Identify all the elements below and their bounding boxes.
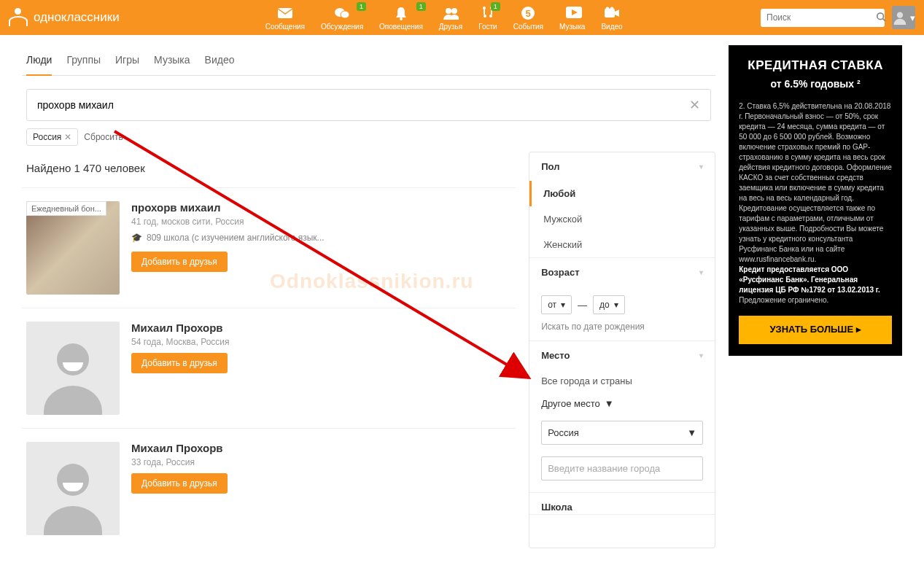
tab-Игры[interactable]: Игры (115, 54, 139, 75)
user-avatar[interactable] (892, 6, 915, 29)
chip-remove-icon[interactable]: ✕ (64, 132, 71, 142)
nav-mail[interactable]: Сообщения (258, 4, 312, 32)
caret-down-icon: ▼ (605, 398, 614, 409)
country-select[interactable]: Россия ▼ (541, 421, 703, 445)
chip-country[interactable]: Россия ✕ (26, 128, 78, 146)
result-subtitle: 54 года, Москва, Россия (131, 337, 511, 347)
nav-label: Сообщения (265, 23, 305, 31)
gender-option[interactable]: Мужской (529, 206, 715, 232)
nav-label: Гости (478, 23, 497, 31)
caret-down-icon: ▾ (614, 300, 618, 310)
result-subtitle: 41 год, москов сити, Россия (131, 217, 511, 227)
place-all-link[interactable]: Все города и страны (529, 370, 715, 392)
city-input[interactable] (541, 456, 703, 480)
caret-down-icon: ▾ (561, 300, 565, 310)
svg-rect-0 (278, 8, 292, 18)
friends-icon (443, 5, 459, 21)
filter-age-head[interactable]: Возраст ▾ (529, 258, 715, 287)
main-content: ЛюдиГруппыИгрыМузыкаВидео ✕ Россия ✕ Сбр… (0, 35, 924, 559)
filter-place-head[interactable]: Место ▾ (529, 341, 715, 370)
nav-video[interactable]: Видео (594, 4, 629, 32)
nav-label: Видео (601, 23, 622, 31)
ad-body: 2. Ставка 6,5% действительна на 20.08.20… (739, 101, 892, 305)
ad-banner[interactable]: КРЕДИТНАЯ СТАВКА от 6.5% годовых ² 2. Ст… (729, 45, 902, 356)
nav-label: Друзья (439, 23, 462, 31)
svg-line-19 (883, 18, 886, 21)
nav-label: Музыка (559, 23, 585, 31)
tab-Музыка[interactable]: Музыка (154, 54, 190, 75)
gender-option[interactable]: Любой (529, 181, 715, 206)
nav-friends[interactable]: Друзья (432, 4, 470, 32)
svg-point-2 (341, 11, 349, 18)
result-name[interactable]: Михаил Прохорв (131, 442, 511, 454)
svg-point-5 (451, 8, 457, 14)
filter-gender-head[interactable]: Пол ▾ (529, 152, 715, 181)
chat-icon (334, 5, 350, 21)
result-name[interactable]: Михаил Прохорв (131, 322, 511, 334)
filter-gender: Пол ▾ ЛюбойМужскойЖенский (529, 152, 715, 258)
result-photo[interactable] (26, 322, 120, 415)
result-name[interactable]: прохорв михаил (131, 201, 511, 214)
age-from-select[interactable]: от▾ (541, 295, 572, 314)
ad-subtitle: от 6.5% годовых ² (739, 77, 892, 92)
add-friend-button[interactable]: Добавить в друзья (131, 252, 228, 272)
global-search[interactable] (761, 9, 885, 27)
place-other-link[interactable]: Другое место ▼ (529, 392, 715, 415)
filter-chips: Россия ✕ Сбросить (26, 128, 711, 146)
nav-bell[interactable]: Оповещения1 (372, 4, 430, 32)
age-to-select[interactable]: до▾ (593, 295, 625, 314)
chevron-down-icon: ▾ (699, 351, 703, 359)
svg-point-4 (446, 8, 451, 14)
filter-age: Возраст ▾ от▾ — до▾ Искать по дате рожде… (529, 258, 715, 341)
mail-icon (277, 5, 293, 21)
filter-school: Школа (529, 493, 715, 515)
nav-guests[interactable]: Гости1 (471, 4, 504, 32)
clear-icon[interactable]: ✕ (689, 97, 700, 113)
result-card: Ежедневный бон...прохорв михаил41 год, м… (22, 187, 516, 308)
global-search-input[interactable] (766, 12, 876, 23)
caret-down-icon: ▼ (687, 427, 696, 438)
birth-search-link[interactable]: Искать по дате рождения (541, 322, 703, 332)
add-friend-button[interactable]: Добавить в друзья (131, 353, 228, 373)
tab-Люди[interactable]: Люди (26, 54, 52, 76)
video-icon (604, 5, 620, 21)
nav-music[interactable]: Музыка (552, 4, 592, 32)
nav-events[interactable]: 5События (506, 4, 551, 32)
chevron-down-icon: ▾ (699, 163, 703, 171)
result-subtitle: 33 года, Россия (131, 457, 511, 467)
top-nav: СообщенияОбсуждения1Оповещения1ДрузьяГос… (258, 4, 630, 32)
gender-option[interactable]: Женский (529, 232, 715, 257)
result-photo[interactable]: Ежедневный бон... (26, 201, 120, 295)
svg-text:5: 5 (526, 8, 531, 19)
tab-Группы[interactable]: Группы (66, 54, 101, 75)
ad-cta-button[interactable]: УЗНАТЬ БОЛЬШЕ ▸ (739, 316, 892, 343)
ok-logo-icon (9, 8, 28, 27)
query-input[interactable] (37, 99, 689, 111)
chevron-down-icon: ▾ (699, 268, 703, 276)
svg-point-18 (877, 12, 884, 19)
search-area: ✕ Россия ✕ Сбросить (22, 76, 715, 152)
topbar-right (761, 6, 915, 29)
reset-link[interactable]: Сбросить (84, 132, 123, 142)
tab-Видео[interactable]: Видео (205, 54, 235, 75)
result-body: Михаил Прохорв33 года, РоссияДобавить в … (131, 442, 511, 535)
add-friend-button[interactable]: Добавить в друзья (131, 473, 228, 494)
search-column: ЛюдиГруппыИгрыМузыкаВидео ✕ Россия ✕ Сбр… (22, 45, 715, 548)
brand-text: одноклассники (34, 10, 120, 25)
result-photo[interactable] (26, 442, 120, 535)
events-icon: 5 (520, 5, 536, 21)
filter-school-head[interactable]: Школа (529, 493, 715, 514)
svg-point-20 (896, 12, 902, 18)
search-icon[interactable] (876, 12, 886, 24)
badge: 1 (357, 2, 366, 11)
music-icon (564, 5, 581, 21)
badge: 1 (491, 2, 500, 11)
bell-icon (393, 5, 409, 21)
query-box: ✕ (26, 89, 711, 121)
brand-logo[interactable]: одноклассники (9, 8, 120, 27)
nav-chat[interactable]: Обсуждения1 (314, 4, 370, 32)
ad-column: КРЕДИТНАЯ СТАВКА от 6.5% годовых ² 2. Ст… (729, 45, 902, 548)
nav-label: События (513, 23, 543, 31)
svg-point-3 (400, 17, 403, 20)
age-range: от▾ — до▾ (541, 295, 703, 314)
